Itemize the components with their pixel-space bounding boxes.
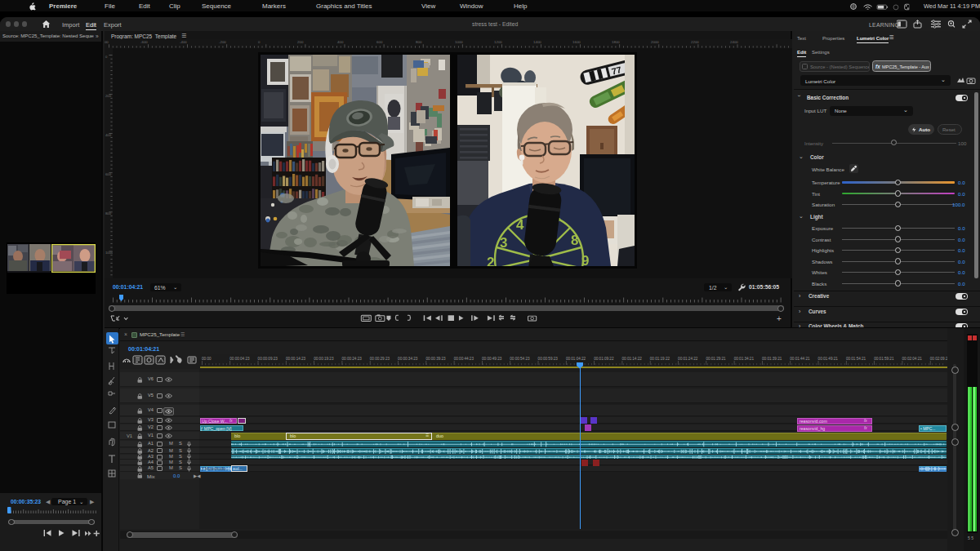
svg-text:400: 400: [105, 133, 112, 137]
svg-text:1600: 1600: [572, 40, 581, 44]
svg-text:-600: -600: [140, 40, 148, 44]
svg-text:00:01:29:21: 00:01:29:21: [706, 357, 726, 361]
svg-text:00:01:54:21: 00:01:54:21: [846, 357, 866, 361]
svg-text:00:01:19:22: 00:01:19:22: [650, 357, 670, 361]
svg-text:600: 600: [376, 40, 383, 44]
svg-text:00:00:39:23: 00:00:39:23: [425, 357, 446, 361]
svg-text:00:00:09:23: 00:00:09:23: [258, 357, 278, 361]
svg-text:-400: -400: [180, 40, 187, 44]
svg-text:-800: -800: [105, 40, 109, 44]
svg-text:00:00:19:23: 00:00:19:23: [314, 357, 334, 361]
svg-text:-200: -200: [219, 40, 226, 44]
svg-text:200: 200: [105, 94, 112, 98]
svg-text:00:01:39:21: 00:01:39:21: [762, 357, 782, 361]
svg-text:200: 200: [297, 40, 304, 44]
svg-text:3: 3: [500, 235, 507, 251]
svg-text:1200: 1200: [494, 40, 502, 44]
svg-text:00:00:59:23: 00:00:59:23: [538, 357, 559, 361]
svg-text:00:01:34:21: 00:01:34:21: [734, 357, 755, 361]
svg-text:9: 9: [581, 253, 589, 266]
svg-text:00:01:59:21: 00:01:59:21: [874, 357, 894, 361]
svg-text:00:01:44:21: 00:01:44:21: [790, 357, 810, 361]
svg-text:2000: 2000: [651, 40, 659, 44]
svg-text:1800: 1800: [612, 40, 620, 44]
svg-text:1000: 1000: [455, 40, 463, 44]
svg-text:00:00:49:23: 00:00:49:23: [482, 357, 502, 361]
svg-text:1400: 1400: [533, 40, 541, 44]
svg-text:00:00:24:23: 00:00:24:23: [342, 357, 363, 361]
svg-text:00:01:04:22: 00:01:04:22: [566, 357, 586, 361]
svg-text:2: 2: [487, 255, 494, 266]
svg-text:1000: 1000: [105, 251, 113, 255]
svg-text:8: 8: [571, 233, 578, 248]
svg-text:400: 400: [337, 40, 344, 44]
svg-text:00:02:09:21: 00:02:09:21: [930, 357, 947, 361]
svg-text:00:01:14:22: 00:01:14:22: [622, 357, 643, 361]
svg-text:800: 800: [416, 40, 422, 44]
svg-text:00:02:04:21: 00:02:04:21: [902, 357, 923, 361]
svg-text:00:00:34:23: 00:00:34:23: [398, 357, 418, 361]
svg-text:00:01:49:21: 00:01:49:21: [818, 357, 839, 361]
svg-text:00:01:24:22: 00:01:24:22: [678, 357, 698, 361]
svg-text:00:00:44:23: 00:00:44:23: [454, 357, 474, 361]
svg-text:00:00:14:23: 00:00:14:23: [286, 357, 306, 361]
svg-text:00:00:54:23: 00:00:54:23: [510, 357, 530, 361]
svg-text:00:00: 00:00: [202, 357, 212, 361]
svg-text:4: 4: [516, 217, 524, 233]
svg-text:2400: 2400: [730, 40, 738, 44]
svg-text:600: 600: [105, 172, 112, 176]
svg-text:00:00:29:23: 00:00:29:23: [370, 357, 390, 361]
svg-text:800: 800: [105, 211, 112, 216]
svg-text:2200: 2200: [691, 40, 699, 44]
svg-text:00:01:09:22: 00:01:09:22: [594, 357, 614, 361]
svg-text:00:00:04:23: 00:00:04:23: [229, 357, 250, 361]
